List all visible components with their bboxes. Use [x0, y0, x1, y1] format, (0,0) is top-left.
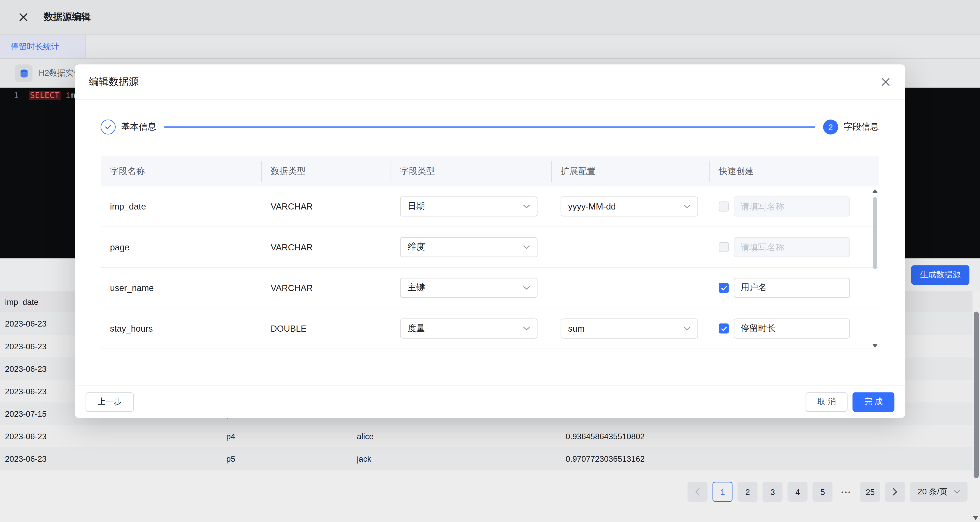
- chevron-down-icon: [684, 205, 690, 209]
- field-type-select[interactable]: 度量: [400, 319, 538, 338]
- aggregation-select[interactable]: sum: [561, 319, 698, 338]
- field-name: imp_date: [100, 201, 261, 212]
- step-2-label[interactable]: 字段信息: [844, 121, 879, 132]
- field-type-select[interactable]: 维度: [400, 237, 538, 257]
- chevron-down-icon: [523, 286, 530, 290]
- modal-title: 编辑数据源: [89, 75, 139, 88]
- field-row-page: page VARCHAR 维度: [100, 227, 879, 268]
- select-value: sum: [568, 324, 585, 334]
- close-icon[interactable]: [880, 77, 891, 88]
- scroll-down-arrow-icon[interactable]: [873, 344, 878, 348]
- select-value: yyyy-MM-dd: [568, 201, 616, 212]
- field-type-select[interactable]: 日期: [400, 196, 538, 216]
- chevron-down-icon: [684, 327, 690, 330]
- field-row-imp-date: imp_date VARCHAR 日期 yyyy-MM-dd: [100, 187, 879, 227]
- field-row-user-name: user_name VARCHAR 主键: [100, 268, 879, 308]
- scroll-up-arrow-icon[interactable]: [873, 189, 878, 193]
- field-name: stay_hours: [100, 324, 261, 334]
- select-value: 主键: [407, 282, 425, 293]
- quick-create-checkbox[interactable]: [719, 324, 729, 334]
- field-name: user_name: [100, 283, 261, 293]
- date-format-select[interactable]: yyyy-MM-dd: [561, 196, 698, 216]
- step-1-done-icon: [100, 120, 116, 135]
- step-1-label[interactable]: 基本信息: [121, 121, 156, 132]
- chevron-down-icon: [523, 205, 530, 209]
- edit-datasource-modal: 编辑数据源 基本信息 2 字段信息 字段名称 数据类型 字段类型 扩展配置 快速…: [75, 64, 905, 418]
- field-data-type: DOUBLE: [261, 324, 391, 334]
- field-data-type: VARCHAR: [261, 283, 391, 293]
- column-header: 数据类型: [261, 156, 391, 187]
- column-header: 字段名称: [100, 156, 261, 187]
- wizard-stepper: 基本信息 2 字段信息: [100, 120, 879, 135]
- quick-name-input[interactable]: [734, 319, 850, 338]
- step-connector-line: [164, 126, 815, 128]
- column-header: 扩展配置: [551, 156, 710, 187]
- cancel-button[interactable]: 取 消: [806, 392, 848, 411]
- select-value: 度量: [407, 323, 425, 334]
- scrollbar-thumb[interactable]: [873, 197, 877, 269]
- quick-name-input[interactable]: [734, 196, 850, 216]
- chevron-down-icon: [523, 245, 530, 249]
- quick-name-input[interactable]: [734, 278, 850, 298]
- field-table-scrollbar[interactable]: [871, 188, 879, 349]
- quick-name-input[interactable]: [734, 237, 850, 257]
- field-table-header: 字段名称 数据类型 字段类型 扩展配置 快速创建: [100, 156, 879, 187]
- column-header: 字段类型: [391, 156, 551, 187]
- check-icon: [720, 284, 727, 291]
- column-header: 快速创建: [710, 156, 879, 187]
- modal-header: 编辑数据源: [75, 64, 905, 100]
- field-row-stay-hours: stay_hours DOUBLE 度量 sum: [100, 308, 879, 349]
- check-icon: [104, 123, 112, 131]
- check-icon: [720, 325, 727, 332]
- field-data-type: VARCHAR: [261, 201, 391, 212]
- field-type-select[interactable]: 主键: [400, 278, 538, 298]
- previous-step-button[interactable]: 上一步: [86, 392, 134, 411]
- modal-footer: 上一步 取 消 完 成: [75, 385, 905, 418]
- chevron-down-icon: [523, 327, 530, 330]
- select-value: 维度: [407, 241, 425, 253]
- quick-create-checkbox[interactable]: [719, 242, 729, 252]
- field-config-table: 字段名称 数据类型 字段类型 扩展配置 快速创建 imp_date VARCHA…: [100, 156, 879, 349]
- quick-create-checkbox[interactable]: [719, 283, 729, 293]
- field-name: page: [100, 242, 261, 252]
- quick-create-checkbox[interactable]: [719, 201, 729, 212]
- field-data-type: VARCHAR: [261, 242, 391, 252]
- confirm-button[interactable]: 完 成: [853, 392, 894, 411]
- step-2-number: 2: [823, 120, 838, 135]
- select-value: 日期: [407, 201, 425, 212]
- screen: 数据源编辑 停留时长统计 H2数据实例 1 SELECT imp 生成数据源 i…: [0, 0, 980, 522]
